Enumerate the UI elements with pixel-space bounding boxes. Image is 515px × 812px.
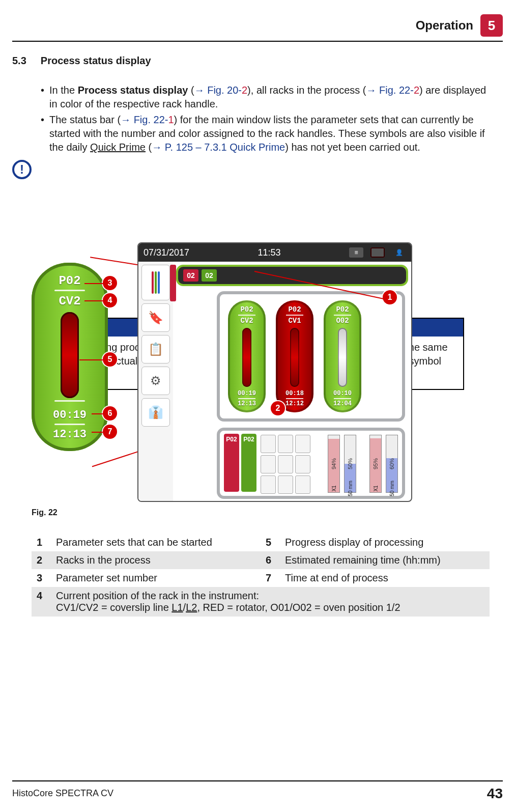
t: ) has not yet been carried out. [285, 142, 420, 153]
rack-handle[interactable]: P02 CV1 00:18 12:12 [276, 300, 313, 412]
slot[interactable] [295, 435, 310, 453]
callout-line [84, 300, 103, 301]
gauge-pct: 50% [347, 458, 353, 469]
nav-slide-icon[interactable]: 🔖 [141, 303, 170, 332]
slot[interactable] [278, 475, 293, 494]
nav-pens-icon[interactable] [141, 265, 170, 300]
legend-num: 5 [261, 534, 285, 551]
nav-list-icon[interactable]: 📋 [141, 335, 170, 363]
xref-fig20[interactable]: → Fig. 20-2 [194, 85, 247, 96]
callout-5: 5 [103, 352, 117, 367]
racks-in-process-panel: P02 CV2 00:19 12:13 P02 CV1 00 [217, 291, 405, 422]
gauge-label: 50 mm [348, 481, 353, 496]
rack-end-time: 12:13 [53, 428, 87, 441]
page-section-title: Operation [416, 18, 473, 33]
paramset-chip[interactable]: 02 [202, 269, 217, 282]
rack-remaining-time: 00:18 [285, 390, 304, 397]
legend-num: 7 [261, 569, 285, 587]
slot[interactable] [295, 455, 310, 473]
divider [334, 315, 351, 316]
t: Current position of the rack in the inst… [56, 590, 259, 601]
t: ( [146, 142, 152, 153]
rack-remaining-time: 00:19 [53, 409, 87, 422]
t: 2 [242, 85, 247, 96]
slot[interactable] [278, 435, 293, 453]
section-number: 5.3 [12, 55, 26, 67]
status-icon[interactable]: ≡ [349, 247, 363, 258]
rack-progress-bar [242, 328, 251, 387]
legend-text: Racks in the process [56, 551, 261, 569]
legend-text: Parameter sets that can be started [56, 534, 261, 551]
gauge-label: X1 [331, 485, 337, 491]
gauge-label: 50 mm [389, 481, 395, 496]
parameter-set-bar[interactable]: 02 02 [176, 265, 408, 286]
legend-text: Time at end of process [285, 569, 490, 587]
rack-paramset: P02 [336, 305, 349, 314]
divider [238, 315, 255, 316]
consumable-gauge[interactable]: 94% X1 [328, 435, 340, 493]
divider [238, 398, 255, 399]
divider [54, 290, 85, 291]
callout-4: 4 [103, 293, 117, 307]
rack-progress-bar [290, 328, 299, 387]
rack-position: CV2 [59, 294, 80, 308]
t: → Fig. 22- [366, 85, 414, 96]
callout-1: 1 [383, 290, 397, 304]
divider [286, 398, 303, 399]
rack-remaining-time: 00:19 [238, 390, 256, 397]
rack-end-time: 12:13 [238, 400, 256, 407]
t: CV1/CV2 = coverslip line [56, 602, 171, 613]
bullet-dot: • [41, 113, 44, 154]
xref-l2[interactable]: L2 [186, 602, 197, 613]
section-title: Process status display [41, 55, 151, 67]
consumables-panel: P02 P02 94% X1 [217, 428, 405, 499]
xref-quickprime[interactable]: → P. 125 – 7.3.1 Quick Prime [152, 142, 285, 153]
nav-operator-icon[interactable]: 👔 [141, 398, 170, 427]
slot[interactable] [261, 455, 276, 473]
legend-text: Estimated remaining time (hh:mm) [285, 551, 490, 569]
bottom-paramset-chip[interactable]: P02 [241, 434, 256, 492]
t: The status bar ( [49, 114, 121, 125]
divider [286, 315, 303, 316]
rack-handle[interactable]: P02 O02 00:10 12:04 [324, 300, 361, 412]
rack-handle[interactable]: P02 CV2 00:19 12:13 [228, 300, 266, 412]
gauge-label: X1 [373, 485, 379, 491]
left-nav: 🔖 📋 ⚙ 👔 [138, 262, 173, 501]
bottom-paramset-chip[interactable]: P02 [224, 434, 239, 492]
xref-l1[interactable]: L1 [171, 602, 183, 613]
slot[interactable] [261, 435, 276, 453]
rack-position: CV1 [288, 317, 301, 325]
rack-end-time: 12:04 [333, 400, 352, 407]
consumable-gauge[interactable]: 95% X1 [369, 435, 382, 493]
footer-product: HistoCore SPECTRA CV [12, 788, 113, 799]
callout-3: 3 [103, 276, 117, 290]
slot[interactable] [278, 455, 293, 473]
rack-position: CV2 [240, 317, 253, 325]
consumable-gauge[interactable]: 50% 50 mm [344, 435, 356, 493]
user-icon[interactable]: 👤 [392, 247, 406, 258]
consumable-gauge[interactable]: 60% 50 mm [386, 435, 398, 493]
figure-caption: Fig. 22 [32, 508, 58, 517]
gauge-pct: 95% [373, 458, 379, 469]
rack-position: O02 [336, 317, 349, 325]
accent-bar [170, 265, 176, 301]
chapter-badge: 5 [480, 14, 503, 37]
callout-7: 7 [103, 425, 117, 439]
callout-line [84, 283, 103, 284]
callout-line [92, 432, 103, 433]
paramset-chip[interactable]: 02 [183, 269, 198, 282]
nav-settings-icon[interactable]: ⚙ [141, 367, 170, 395]
bullet-2: The status bar (→ Fig. 22-1) for the mai… [49, 113, 490, 154]
bullet-1: In the Process status display (→ Fig. 20… [49, 83, 490, 111]
xref-fig22b[interactable]: → Fig. 22-1 [121, 114, 174, 125]
slot[interactable] [295, 475, 310, 494]
xref-fig22a[interactable]: → Fig. 22-2 [366, 85, 419, 96]
oven-icon[interactable] [370, 247, 385, 258]
t: → Fig. 22- [121, 114, 168, 125]
t: In the [49, 85, 78, 96]
quick-prime-ref[interactable]: Quick Prime [90, 142, 146, 153]
rack-handle-detail: P02 CV2 00:19 12:13 [32, 263, 108, 451]
bullet-dot: • [41, 83, 44, 111]
slot[interactable] [261, 475, 276, 494]
instrument-screen: 07/31/2017 11:53 ≡ 👤 🔖 📋 ⚙ 👔 [137, 242, 412, 502]
